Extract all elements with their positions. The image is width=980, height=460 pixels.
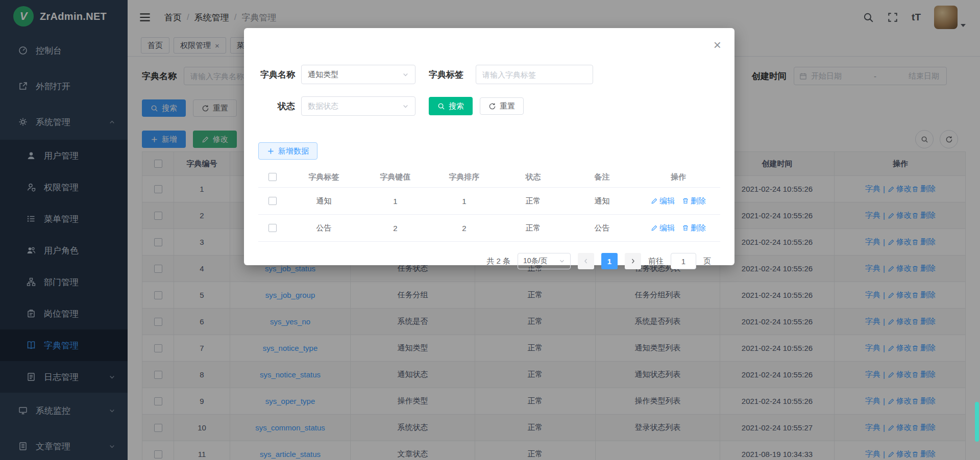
add-data-button[interactable]: 新增数据 xyxy=(258,142,317,160)
chevron-down-icon xyxy=(559,258,565,264)
dict-name-label: 字典名称 xyxy=(258,69,295,81)
header-dict-sort: 字典排序 xyxy=(430,172,499,182)
delete-icon xyxy=(682,224,689,232)
dict-sort-cell: 2 xyxy=(430,224,499,233)
status-label: 状态 xyxy=(258,100,295,112)
row-actions: 编辑 删除 xyxy=(636,223,720,233)
remark-cell: 公告 xyxy=(568,223,636,233)
prev-page-button[interactable] xyxy=(578,253,594,269)
close-icon[interactable]: × xyxy=(714,38,721,52)
select-placeholder: 数据状态 xyxy=(308,101,338,111)
pagination: 共 2 条 10条/页 1 前往 页 xyxy=(258,253,720,269)
status-cell: 正常 xyxy=(499,223,568,233)
dict-value-cell: 1 xyxy=(361,197,430,206)
status-select[interactable]: 数据状态 xyxy=(301,96,415,116)
edit-icon xyxy=(651,224,658,232)
dict-data-table-header: 字典标签 字典键值 字典排序 状态 备注 操作 xyxy=(258,167,720,188)
goto-label: 前往 xyxy=(648,257,664,266)
remark-cell: 通知 xyxy=(568,196,636,206)
chevron-right-icon xyxy=(630,258,636,264)
chevron-down-icon xyxy=(402,103,409,110)
edit-icon xyxy=(651,197,658,205)
selected-value: 通知类型 xyxy=(308,70,338,80)
dialog-form-row: 字典名称 通知类型 字典标签 xyxy=(258,65,720,84)
table-row: 公告 2 2 正常 公告 编辑 删除 xyxy=(258,215,720,242)
dict-data-table-body: 通知 1 1 正常 通知 编辑 删除 公告 2 2 正常 公告 编辑 删除 xyxy=(258,188,720,242)
header-dict-value: 字典键值 xyxy=(361,172,430,182)
delete-icon xyxy=(682,197,689,205)
dict-tag-input[interactable] xyxy=(476,65,593,84)
row-delete-link[interactable]: 删除 xyxy=(682,196,706,206)
page-size-select[interactable]: 10条/页 xyxy=(518,253,571,269)
dict-tag-label: 字典标签 xyxy=(429,69,463,81)
next-page-button[interactable] xyxy=(625,253,641,269)
chevron-down-icon xyxy=(402,71,409,78)
scrollbar-thumb[interactable] xyxy=(975,402,979,442)
dict-data-dialog: × 字典名称 通知类型 字典标签 状态 数据状态 搜索 xyxy=(244,28,734,265)
dialog-form-row: 状态 数据状态 搜索 重置 xyxy=(258,96,720,116)
app-root: V ZrAdmin.NET 控制台 外部打开 系统管理 用户管理 xyxy=(0,0,980,460)
row-edit-link[interactable]: 编辑 xyxy=(651,196,675,206)
status-cell: 正常 xyxy=(499,196,568,206)
page-unit-label: 页 xyxy=(703,257,711,266)
header-dict-tag: 字典标签 xyxy=(287,172,361,182)
dict-name-select[interactable]: 通知类型 xyxy=(301,65,415,84)
row-edit-link[interactable]: 编辑 xyxy=(651,223,675,233)
search-icon xyxy=(437,103,445,110)
dialog-reset-button[interactable]: 重置 xyxy=(480,97,524,115)
table-row: 通知 1 1 正常 通知 编辑 删除 xyxy=(258,188,720,215)
dialog-search-button[interactable]: 搜索 xyxy=(429,97,473,115)
dict-data-table: 字典标签 字典键值 字典排序 状态 备注 操作 通知 1 1 正常 通知 编辑 … xyxy=(258,167,720,242)
row-delete-link[interactable]: 删除 xyxy=(682,223,706,233)
dict-tag-cell: 通知 xyxy=(287,196,361,206)
pagination-total: 共 2 条 xyxy=(486,257,510,266)
select-all-checkbox[interactable] xyxy=(268,173,277,181)
header-action: 操作 xyxy=(636,172,720,182)
row-checkbox[interactable] xyxy=(268,224,277,232)
plus-icon xyxy=(267,147,275,155)
goto-page-input[interactable] xyxy=(671,253,696,269)
dict-sort-cell: 1 xyxy=(430,197,499,206)
chevron-left-icon xyxy=(583,258,589,264)
refresh-icon xyxy=(488,103,496,110)
dict-tag-cell: 公告 xyxy=(287,223,361,233)
header-remark: 备注 xyxy=(568,172,636,182)
row-checkbox[interactable] xyxy=(268,197,277,205)
dict-value-cell: 2 xyxy=(361,224,430,233)
page-number-button[interactable]: 1 xyxy=(601,253,618,269)
dialog-filter-form: 字典名称 通知类型 字典标签 状态 数据状态 搜索 xyxy=(258,28,720,269)
header-status: 状态 xyxy=(499,172,568,182)
row-actions: 编辑 删除 xyxy=(636,196,720,206)
page-size-value: 10条/页 xyxy=(523,257,547,266)
